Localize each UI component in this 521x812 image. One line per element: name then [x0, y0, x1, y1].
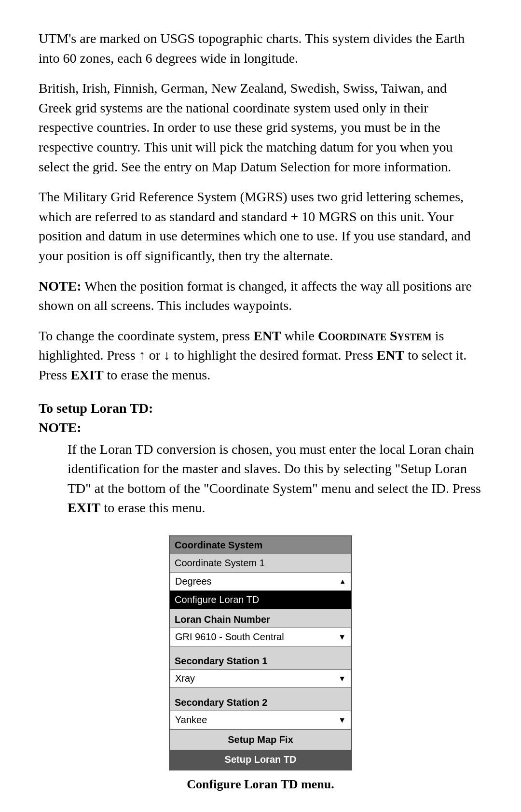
note-heading: NOTE: — [39, 420, 82, 435]
configure-loran-td-menu: Coordinate System Coordinate System 1 De… — [169, 535, 352, 770]
section-heading-loran: To setup Loran TD: NOTE: — [39, 399, 482, 438]
paragraph-1: UTM's are marked on USGS topographic cha… — [39, 29, 482, 68]
paragraph-2: British, Irish, Finnish, German, New Zea… — [39, 79, 482, 177]
menu-title: Coordinate System — [170, 536, 351, 554]
menu-label-yankee: Yankee — [175, 713, 207, 727]
menu-label-secondary-station-2: Secondary Station 2 — [175, 696, 267, 710]
menu-row-gri-9610[interactable]: GRI 9610 - South Central ▼ — [170, 628, 351, 646]
menu-row-loran-chain-number-label: Loran Chain Number — [170, 609, 351, 628]
paragraph-coordinate-change: To change the coordinate system, press E… — [39, 326, 482, 385]
ent-label-1: ENT — [253, 328, 281, 343]
menu-label-xray: Xray — [175, 672, 195, 686]
menu-row-coordinate-system-1[interactable]: Coordinate System 1 — [170, 554, 351, 572]
menu-label-configure-loran-td: Configure Loran TD — [175, 593, 259, 607]
menu-label-secondary-station-1: Secondary Station 1 — [175, 654, 267, 668]
note-bold-label: NOTE: — [39, 279, 82, 294]
menu-label-setup-map-fix: Setup Map Fix — [228, 733, 293, 747]
menu-spacer-1 — [170, 646, 351, 650]
exit-label-1: EXIT — [70, 367, 103, 382]
paragraph-3: The Military Grid Reference System (MGRS… — [39, 187, 482, 266]
menu-row-setup-loran-td[interactable]: Setup Loran TD — [170, 750, 351, 770]
menu-label-loran-chain-number: Loran Chain Number — [175, 613, 270, 627]
coordinate-system-label: Coordinate System — [318, 328, 432, 343]
menu-row-secondary-station-2-label: Secondary Station 2 — [170, 692, 351, 711]
dropdown-arrow-xray-icon: ▼ — [338, 673, 346, 684]
menu-row-setup-map-fix[interactable]: Setup Map Fix — [170, 729, 351, 750]
menu-spacer-2 — [170, 688, 351, 692]
menu-label-setup-loran-td: Setup Loran TD — [225, 753, 297, 767]
menu-row-secondary-station-1-label: Secondary Station 1 — [170, 650, 351, 669]
indented-note: If the Loran TD conversion is chosen, yo… — [68, 440, 482, 518]
menu-row-configure-loran-td[interactable]: Configure Loran TD — [170, 591, 351, 609]
scroll-up-arrow-icon: ▲ — [339, 576, 346, 586]
ent-label-2: ENT — [377, 348, 405, 363]
menu-label-coordinate-system-1: Coordinate System 1 — [175, 556, 265, 570]
menu-label-gri-9610: GRI 9610 - South Central — [175, 630, 284, 644]
menu-label-degrees: Degrees — [175, 574, 212, 588]
menu-row-degrees[interactable]: Degrees ▲ — [170, 572, 351, 591]
dropdown-arrow-gri-icon: ▼ — [338, 631, 346, 643]
paragraph-note: NOTE: When the position format is change… — [39, 277, 482, 316]
menu-row-yankee[interactable]: Yankee ▼ — [170, 711, 351, 729]
exit-label-2: EXIT — [68, 500, 100, 515]
menu-caption: Configure Loran TD menu. — [187, 775, 334, 794]
dropdown-arrow-yankee-icon: ▼ — [338, 714, 346, 726]
menu-row-xray[interactable]: Xray ▼ — [170, 669, 351, 688]
menu-container: Coordinate System Coordinate System 1 De… — [39, 535, 482, 794]
